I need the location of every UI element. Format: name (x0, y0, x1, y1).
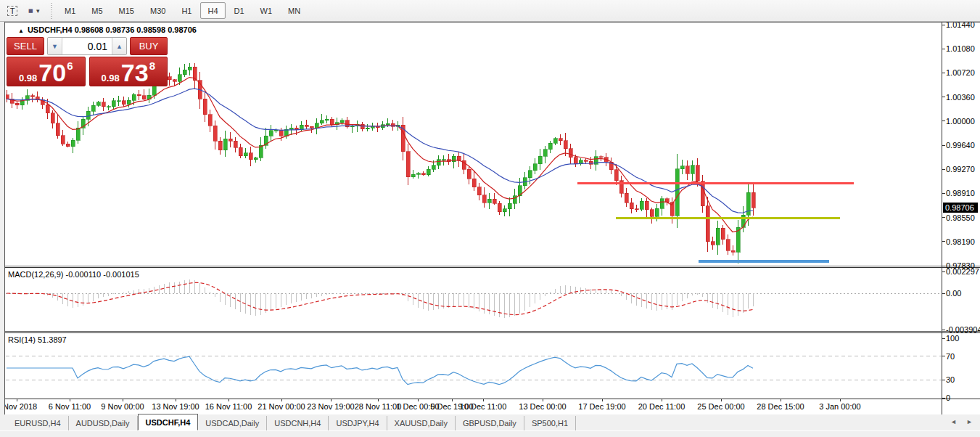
svg-text:28 Nov 11:00: 28 Nov 11:00 (355, 402, 402, 411)
svg-text:1.00360: 1.00360 (946, 93, 975, 102)
sell-price-tile[interactable]: 0.98 70 6 (7, 57, 86, 86)
tab-AUDUSD-Daily[interactable]: AUDUSD,Daily (69, 416, 138, 430)
timeframe-W1[interactable]: W1 (253, 2, 280, 19)
sell-price-main: 70 (38, 63, 66, 83)
svg-text:0.00: 0.00 (946, 289, 961, 298)
timeframe-M15[interactable]: M15 (112, 2, 141, 19)
macd-indicator-label: MACD(12,26,9) -0.000110 -0.001015 (8, 270, 139, 279)
buy-price-prefix: 0.98 (102, 73, 120, 83)
svg-text:0.98190: 0.98190 (946, 237, 975, 246)
tab-XAUUSD-Daily[interactable]: XAUUSD,Daily (387, 416, 456, 430)
svg-text:9 Nov 00:00: 9 Nov 00:00 (101, 402, 144, 411)
tab-USDCHF-H4[interactable]: USDCHF,H4 (138, 414, 199, 430)
toolbar: T ◆ ▾ M1M5M15M30H1H4D1W1MN (0, 0, 980, 22)
chevron-down-icon: ▾ (36, 7, 40, 15)
status-bar (0, 430, 980, 437)
svg-text:0.98550: 0.98550 (946, 213, 975, 222)
symbol-period: USDCHF,H4 (28, 25, 73, 34)
svg-text:10 Dec 11:00: 10 Dec 11:00 (460, 402, 507, 411)
buy-price-tile[interactable]: 0.98 73 8 (89, 57, 168, 86)
svg-text:0: 0 (946, 393, 950, 402)
svg-text:17 Dec 19:00: 17 Dec 19:00 (578, 402, 625, 411)
tab-scroll-right-icon[interactable]: ► (966, 418, 973, 425)
arrows-tool-button[interactable]: ◆ ▾ (25, 2, 44, 20)
panel-collapse-icon[interactable]: ▲ (18, 28, 24, 34)
svg-text:3 Jan 00:00: 3 Jan 00:00 (819, 402, 861, 411)
svg-text:21 Nov 00:00: 21 Nov 00:00 (258, 402, 305, 411)
svg-text:13 Dec 00:00: 13 Dec 00:00 (519, 402, 566, 411)
trading-terminal: T ◆ ▾ M1M5M15M30H1H4D1W1MN ▲USDCHF,H4 0.… (0, 0, 980, 437)
volume-stepper: ▼ 0.01 ▲ (47, 37, 127, 55)
sell-price-prefix: 0.98 (19, 73, 37, 83)
buy-button[interactable]: BUY (130, 37, 168, 55)
tab-USDJPY-H4[interactable]: USDJPY,H4 (329, 416, 387, 430)
svg-text:28 Dec 15:00: 28 Dec 15:00 (757, 402, 804, 411)
arrows-tool-icon: ◆ (27, 6, 36, 15)
tab-GBPUSD-Daily[interactable]: GBPUSD,Daily (456, 416, 524, 430)
one-click-trading-panel: SELL ▼ 0.01 ▲ BUY 0.98 70 6 0.98 73 8 (7, 37, 168, 87)
timeframe-M5[interactable]: M5 (84, 2, 110, 19)
timeframe-D1[interactable]: D1 (227, 2, 252, 19)
svg-text:1 Nov 2018: 1 Nov 2018 (5, 402, 37, 411)
buy-price-pip: 8 (149, 60, 155, 72)
text-tool-button[interactable]: T (3, 2, 22, 20)
svg-text:70: 70 (946, 352, 955, 361)
text-tool-icon: T (7, 6, 18, 16)
ohlc-values: 0.98608 0.98736 0.98598 0.98706 (75, 25, 197, 34)
svg-text:-0.003904: -0.003904 (946, 325, 980, 334)
tab-USDCNH-H4[interactable]: USDCNH,H4 (267, 416, 329, 430)
svg-text:23 Nov 19:00: 23 Nov 19:00 (307, 402, 354, 411)
timeframe-M1[interactable]: M1 (57, 2, 83, 19)
timeframe-H1[interactable]: H1 (174, 2, 199, 19)
current-price-badge: 0.98706 (943, 203, 978, 213)
svg-text:0.98706: 0.98706 (945, 203, 974, 212)
svg-text:16 Nov 11:00: 16 Nov 11:00 (205, 402, 252, 411)
timeframe-MN[interactable]: MN (281, 2, 308, 19)
svg-text:20 Dec 11:00: 20 Dec 11:00 (638, 402, 685, 411)
svg-text:0.002297: 0.002297 (946, 267, 979, 276)
toolbar-separator (51, 3, 52, 19)
buy-price-main: 73 (121, 63, 149, 83)
tab-USDCAD-Daily[interactable]: USDCAD,Daily (198, 416, 267, 430)
svg-text:0.99640: 0.99640 (946, 141, 975, 150)
svg-text:1.00000: 1.00000 (946, 117, 975, 126)
chart-window: ▲USDCHF,H4 0.98608 0.98736 0.98598 0.987… (4, 22, 980, 416)
svg-text:13 Nov 19:00: 13 Nov 19:00 (152, 402, 199, 411)
tab-SP500-H1[interactable]: SP500,H1 (524, 416, 576, 430)
timeframe-H4[interactable]: H4 (200, 2, 225, 19)
svg-text:1.00720: 1.00720 (946, 68, 975, 77)
svg-text:25 Dec 00:00: 25 Dec 00:00 (697, 402, 744, 411)
chart-tab-bar: EURUSD,H4AUDUSD,DailyUSDCHF,H4USDCAD,Dai… (0, 414, 980, 430)
svg-text:0.98910: 0.98910 (946, 189, 975, 197)
timeframe-bar: M1M5M15M30H1H4D1W1MN (57, 2, 308, 19)
rsi-indicator-label: RSI(14) 51.3897 (8, 335, 67, 344)
sell-button[interactable]: SELL (7, 37, 44, 55)
volume-input[interactable]: 0.01 (62, 38, 112, 54)
svg-text:1.01080: 1.01080 (946, 44, 975, 53)
svg-text:30: 30 (946, 375, 955, 384)
svg-text:1.01440: 1.01440 (946, 23, 975, 29)
chart-title: ▲USDCHF,H4 0.98608 0.98736 0.98598 0.987… (18, 25, 197, 34)
sell-price-pip: 6 (67, 60, 73, 72)
volume-decrease-icon[interactable]: ▼ (48, 38, 62, 54)
svg-text:0.99270: 0.99270 (946, 165, 975, 173)
volume-increase-icon[interactable]: ▲ (112, 38, 126, 54)
svg-text:6 Nov 11:00: 6 Nov 11:00 (49, 402, 91, 411)
timeframe-M30[interactable]: M30 (143, 2, 173, 19)
tab-EURUSD-H4[interactable]: EURUSD,H4 (7, 416, 69, 430)
tab-scroll-left-icon[interactable]: ◄ (950, 418, 957, 425)
svg-text:100: 100 (946, 334, 959, 343)
